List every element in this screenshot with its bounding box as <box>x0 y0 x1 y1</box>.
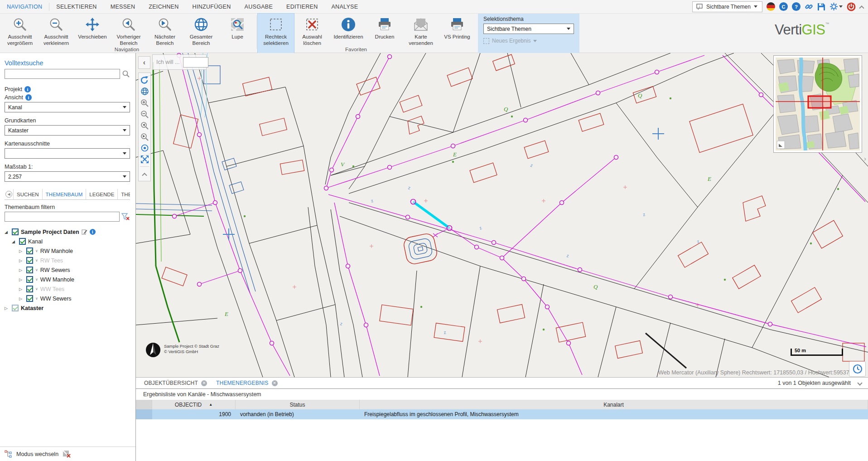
column-header-objectid[interactable]: OBJECTID▲ <box>152 400 236 409</box>
layer-menu-chevron-icon[interactable]: ∨ <box>35 277 38 281</box>
column-header-status[interactable]: Status <box>236 400 360 409</box>
menu-tab-hinzufuegen[interactable]: HINZUFÜGEN <box>186 0 238 14</box>
i-want-to-widget[interactable]: Ich will ... <box>152 54 207 70</box>
next-extent-button[interactable]: Nächster Bereich <box>147 14 183 47</box>
tab-scroll-left-icon[interactable]: ◀ <box>5 191 12 198</box>
pan-button[interactable]: Verschieben <box>74 14 111 47</box>
fulltext-search-heading[interactable]: Volltextsuche <box>5 59 130 67</box>
menu-tab-zeichnen[interactable]: ZEICHNEN <box>142 0 185 14</box>
zoom-out-icon[interactable] <box>139 108 150 120</box>
layer-checkbox[interactable] <box>26 295 33 302</box>
tree-collapsed-icon[interactable]: ▷ <box>5 306 10 311</box>
print-button[interactable]: Drucken <box>366 14 403 47</box>
basemap-dropdown[interactable]: Kataster <box>5 125 130 136</box>
previous-extent-button[interactable]: Vorheriger Bereich <box>111 14 147 47</box>
zoom-in-button[interactable]: Ausschnitt vergrößern <box>2 14 38 47</box>
current-extent-rectangle[interactable] <box>808 96 831 108</box>
tab-themenbaum[interactable]: THEMENBAUM <box>42 189 86 200</box>
layer-checkbox[interactable] <box>26 276 33 283</box>
clear-filter-icon[interactable] <box>121 213 130 221</box>
menu-tab-selektieren[interactable]: SELEKTIEREN <box>49 0 103 14</box>
overview-corner-button[interactable] <box>777 141 785 149</box>
zoom-in-icon[interactable] <box>139 97 150 108</box>
tree-expanded-icon[interactable]: ◢ <box>5 230 10 234</box>
edit-icon[interactable] <box>82 229 87 235</box>
tree-row-kanal[interactable]: ◢ Kanal <box>5 237 130 246</box>
tree-expanded-icon[interactable]: ◢ <box>12 239 17 244</box>
layer-checkbox[interactable] <box>26 286 33 292</box>
selected-sewer-segment[interactable] <box>411 199 452 231</box>
tree-row-ww-sewers[interactable]: ▷ ∨ WW Sewers <box>5 294 130 303</box>
clear-selection-button[interactable]: Auswahl löschen <box>294 14 330 47</box>
fulltext-search-input[interactable] <box>5 69 120 79</box>
previous-extent-icon[interactable] <box>139 120 150 131</box>
tab-theme-result[interactable]: THEMENERGEBNIS <box>216 380 268 386</box>
search-icon[interactable] <box>122 70 130 78</box>
layer-menu-chevron-icon[interactable]: ∨ <box>35 258 38 262</box>
tree-row-root[interactable]: ◢ Sample Project Daten i <box>5 227 130 237</box>
new-result-button[interactable]: Neues Ergebnis <box>483 38 574 44</box>
layer-menu-chevron-icon[interactable]: ∨ <box>35 268 38 272</box>
language-flag-icon[interactable] <box>767 2 775 11</box>
tab-legende[interactable]: LEGENDE <box>86 189 117 200</box>
tree-row-kataster[interactable]: ▷ Kataster <box>5 303 130 313</box>
selection-theme-dropdown[interactable]: Sichtbare Themen <box>483 24 574 34</box>
tree-collapsed-icon[interactable]: ▷ <box>19 287 24 291</box>
settings-menu[interactable] <box>829 2 843 11</box>
identify-button[interactable]: Identifizieren <box>330 14 366 47</box>
root-checkbox[interactable] <box>12 228 19 235</box>
tab-object-overview[interactable]: OBJEKTÜBERSICHT <box>144 380 198 386</box>
tree-row-rw-sewers[interactable]: ▷ ∨ RW Sewers <box>5 265 130 275</box>
map-viewport[interactable]: VEQEQEQ zzzzzzzzzz ‹ Ich will ... <box>136 53 868 377</box>
info-icon[interactable]: i <box>90 229 96 235</box>
save-icon[interactable] <box>817 3 825 11</box>
mode-switch-label[interactable]: Modus wechseln <box>16 451 58 457</box>
i-want-to-input[interactable] <box>183 57 208 68</box>
menu-tab-analyse[interactable]: ANALYSE <box>324 0 365 14</box>
tree-row-rw-tees[interactable]: ▷ ∨ RW Tees <box>5 256 130 265</box>
sort-ascending-icon[interactable]: ▲ <box>209 403 212 407</box>
info-icon[interactable]: i <box>24 86 31 92</box>
sidebar-collapse-button[interactable]: ‹ <box>138 56 150 69</box>
zoom-out-button[interactable]: Ausschnitt verkleinern <box>38 14 74 47</box>
help-icon[interactable]: ? <box>792 2 800 11</box>
kanal-checkbox[interactable] <box>19 238 26 245</box>
collapse-ribbon-icon[interactable] <box>859 5 864 10</box>
next-extent-icon[interactable] <box>139 131 150 142</box>
overview-map[interactable] <box>773 55 862 153</box>
menu-tab-ausgabe[interactable]: AUSGABE <box>238 0 280 14</box>
column-header-kanalart[interactable]: Kanalart <box>360 400 868 409</box>
history-clock-button[interactable] <box>849 361 866 377</box>
layer-menu-chevron-icon[interactable]: ∨ <box>35 296 38 301</box>
globe-icon[interactable] <box>139 86 150 97</box>
info-icon[interactable]: i <box>25 94 32 101</box>
scale-dropdown[interactable]: 2.257 <box>5 171 130 182</box>
center-target-icon[interactable] <box>139 142 150 154</box>
magnifier-glass-button[interactable]: Lupe <box>219 14 256 47</box>
collapse-tools-chevron-icon[interactable] <box>139 168 150 180</box>
layer-checkbox[interactable] <box>26 257 33 264</box>
kataster-checkbox[interactable] <box>12 305 19 311</box>
tree-collapsed-icon[interactable]: ▷ <box>19 296 24 301</box>
overview-collapse-icon[interactable]: › <box>864 155 866 162</box>
tree-row-rw-manhole[interactable]: ▷ ∨ RW Manhole <box>5 246 130 256</box>
layer-checkbox[interactable] <box>26 267 33 273</box>
close-icon[interactable]: ✕ <box>272 380 278 386</box>
refresh-icon[interactable] <box>139 74 150 86</box>
expand-arrows-icon[interactable] <box>139 154 150 165</box>
menu-tab-editieren[interactable]: EDITIEREN <box>280 0 324 14</box>
tab-themenergebnis-cut[interactable]: THEM <box>117 189 130 200</box>
full-extent-button[interactable]: Gesamter Bereich <box>183 14 219 47</box>
moon-icon[interactable]: C <box>779 2 788 11</box>
tree-filter-input[interactable] <box>5 212 120 222</box>
send-map-button[interactable]: Karte versenden <box>403 14 439 47</box>
result-table-row-selected[interactable]: 1900 vorhanden (in Betrieb) Freispiegela… <box>136 409 868 419</box>
layer-checkbox[interactable] <box>26 247 33 254</box>
tree-row-ww-tees[interactable]: ▷ ∨ WW Tees <box>5 284 130 294</box>
tree-collapsed-icon[interactable]: ▷ <box>19 277 24 282</box>
tab-suchen[interactable]: SUCHEN <box>13 189 42 200</box>
logout-power-icon[interactable] <box>847 2 856 11</box>
link-icon[interactable] <box>805 2 813 11</box>
menu-tab-navigation[interactable]: NAVIGATION <box>0 0 49 14</box>
tree-collapsed-icon[interactable]: ▷ <box>19 258 24 263</box>
